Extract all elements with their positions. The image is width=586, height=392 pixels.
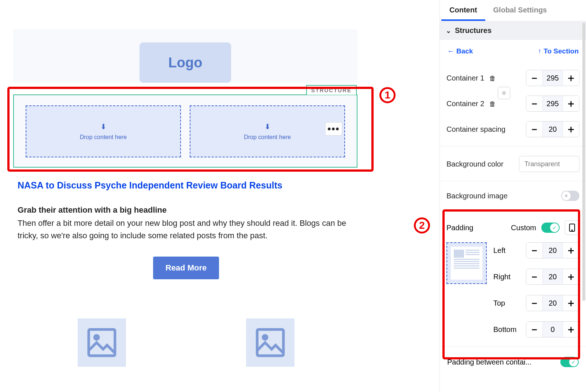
background-image-row: Background image — [446, 191, 579, 201]
padding-right-label: Right — [493, 273, 511, 281]
increment-button[interactable]: ＋ — [563, 269, 579, 284]
padding-bottom-row: Bottom －＋ — [446, 321, 579, 337]
padding-right-row: Right －＋ — [493, 269, 579, 285]
svg-point-5 — [572, 230, 572, 231]
annotation-marker-1: 1 — [379, 87, 396, 103]
padding-top-label: Top — [493, 299, 505, 307]
background-color-row: Background color — [446, 156, 579, 172]
container-2-row: Container 2 🗑 － ＋ — [446, 96, 579, 112]
to-section-link[interactable]: ↑ To Section — [538, 47, 579, 55]
padding-custom-toggle[interactable]: ✓ — [541, 223, 560, 233]
decrement-button[interactable]: － — [526, 295, 542, 311]
decrement-button[interactable]: － — [526, 269, 542, 284]
tab-global-settings[interactable]: Global Settings — [485, 0, 555, 21]
increment-button[interactable]: ＋ — [563, 122, 579, 137]
increment-button[interactable]: ＋ — [563, 96, 579, 111]
padding-left-input[interactable] — [542, 243, 563, 258]
padding-between-row: Padding between contai... ✓ — [440, 346, 586, 377]
padding-left-label: Left — [493, 246, 505, 255]
sidebar-tabs: Content Global Settings — [440, 0, 586, 21]
article-title-link[interactable]: NASA to Discuss Psyche Independent Revie… — [18, 180, 355, 191]
container-spacing-stepper: － ＋ — [526, 121, 579, 137]
svg-rect-2 — [257, 329, 283, 356]
structure-tag: STRUCTURE — [306, 85, 357, 95]
back-link[interactable]: ← Back — [447, 47, 473, 55]
mobile-icon — [569, 224, 575, 232]
decrement-button[interactable]: － — [526, 322, 542, 337]
sidebar-scrollbar[interactable] — [582, 23, 585, 301]
svg-point-3 — [263, 335, 267, 339]
padding-between-toggle[interactable]: ✓ — [560, 357, 579, 367]
chevron-down-icon: ⌄ — [446, 27, 451, 35]
more-actions-button[interactable]: ••• — [325, 122, 342, 135]
increment-button[interactable]: ＋ — [563, 322, 579, 337]
custom-label: Custom — [511, 224, 536, 232]
background-color-input[interactable] — [519, 156, 579, 172]
padding-right-input[interactable] — [542, 269, 563, 284]
container-1-stepper: － ＋ — [526, 70, 579, 86]
padding-group: Padding Custom ✓ Left －＋ — [446, 220, 579, 337]
decrement-button[interactable]: － — [526, 122, 542, 137]
decrement-button[interactable]: － — [526, 96, 542, 111]
background-color-label: Background color — [446, 160, 504, 168]
drop-zone-left[interactable]: ⬇ Drop content here — [26, 105, 181, 157]
background-image-label: Background image — [446, 192, 508, 200]
drop-zone-right[interactable]: ⬇ Drop content here ••• — [190, 105, 345, 157]
padding-preview-thumbnail — [446, 242, 487, 284]
padding-top-row: Top －＋ — [446, 295, 579, 311]
increment-button[interactable]: ＋ — [563, 295, 579, 311]
article-body: Then offer a bit more detail on your new… — [18, 217, 355, 242]
properties-sidebar: Content Global Settings ⌄ Structures ← B… — [440, 0, 586, 392]
container-spacing-row: Container spacing － ＋ — [446, 121, 579, 137]
read-more-button[interactable]: Read More — [153, 257, 219, 279]
image-placeholder[interactable] — [78, 318, 126, 367]
decrement-button[interactable]: － — [526, 243, 542, 258]
container-spacing-label: Container spacing — [446, 125, 505, 134]
padding-top-input[interactable] — [542, 295, 563, 311]
padding-bottom-label: Bottom — [493, 325, 516, 334]
svg-rect-0 — [89, 329, 115, 356]
svg-point-1 — [94, 335, 99, 339]
image-placeholder[interactable] — [246, 318, 294, 367]
increment-button[interactable]: ＋ — [563, 70, 579, 86]
back-label: Back — [456, 47, 473, 55]
drop-down-arrow-icon: ⬇ — [264, 122, 271, 131]
editor-canvas: Logo STRUCTURE ⬇ Drop content here ⬇ Dro… — [0, 0, 425, 392]
container-1-row: Container 1 🗑 － ＋ = — [446, 70, 579, 86]
image-icon — [86, 327, 118, 358]
delete-container-2-icon[interactable]: 🗑 — [489, 100, 496, 108]
arrow-up-icon: ↑ — [538, 47, 542, 55]
image-icon — [255, 327, 286, 358]
article-subhead: Grab their attention with a big headline — [18, 205, 355, 215]
selected-structure[interactable]: STRUCTURE ⬇ Drop content here ⬇ Drop con… — [13, 94, 357, 168]
padding-bottom-input[interactable] — [542, 322, 563, 337]
increment-button[interactable]: ＋ — [563, 243, 579, 258]
image-placeholder-row — [18, 318, 355, 367]
container-2-input[interactable] — [542, 96, 563, 111]
tab-content[interactable]: Content — [441, 0, 485, 21]
container-spacing-input[interactable] — [542, 122, 563, 137]
drop-hint-text: Drop content here — [244, 134, 291, 141]
device-mobile-button[interactable] — [565, 220, 579, 235]
to-section-label: To Section — [544, 47, 579, 55]
drop-hint-text: Drop content here — [80, 134, 127, 141]
email-body: Logo — [13, 29, 357, 83]
container-1-input[interactable] — [542, 70, 563, 86]
padding-between-label: Padding between contai... — [447, 358, 531, 366]
padding-label: Padding — [446, 224, 506, 232]
drop-down-arrow-icon: ⬇ — [100, 122, 107, 131]
padding-left-row: Left －＋ — [493, 242, 579, 258]
delete-container-1-icon[interactable]: 🗑 — [489, 75, 496, 82]
section-title: Structures — [455, 26, 492, 35]
arrow-left-icon: ← — [447, 47, 454, 55]
structures-accordion-header[interactable]: ⌄ Structures — [440, 21, 586, 40]
container-2-label: Container 2 🗑 — [446, 100, 496, 108]
decrement-button[interactable]: － — [526, 70, 542, 86]
background-image-toggle[interactable] — [561, 191, 579, 201]
article-block: NASA to Discuss Psyche Independent Revie… — [18, 180, 355, 279]
logo-placeholder[interactable]: Logo — [140, 42, 231, 83]
container-2-stepper: － ＋ — [526, 96, 579, 112]
annotation-marker-2: 2 — [414, 217, 430, 234]
container-1-label: Container 1 🗑 — [446, 74, 496, 82]
